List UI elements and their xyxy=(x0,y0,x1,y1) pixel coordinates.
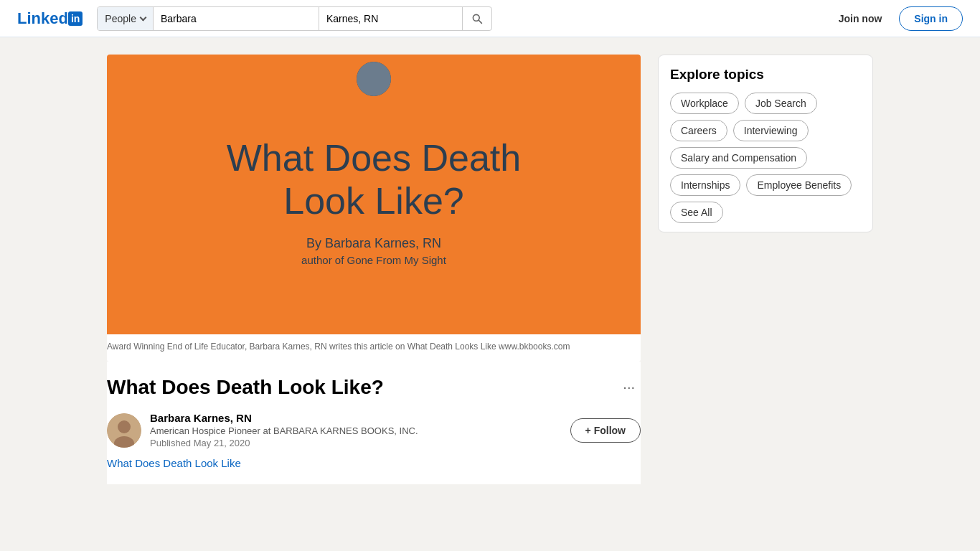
article-body-link[interactable]: What Does Death Look Like xyxy=(107,457,241,469)
article-body: What Does Death Look Like? ··· Bar xyxy=(107,362,641,484)
logo-in: in xyxy=(68,11,83,26)
linkedin-logo[interactable]: Linkedin xyxy=(17,9,83,28)
search-input[interactable] xyxy=(154,7,319,30)
author-avatar[interactable] xyxy=(107,413,141,448)
topic-tag-employee-benefits[interactable]: Employee Benefits xyxy=(746,174,852,196)
article-published-date: Published May 21, 2020 xyxy=(150,438,570,448)
topic-tag-interviewing[interactable]: Interviewing xyxy=(733,120,809,141)
article-image-avatar xyxy=(357,62,391,96)
article-image-by: By Barbara Karnes, RN xyxy=(306,236,441,251)
search-category-label: People xyxy=(105,13,136,24)
article-title: What Does Death Look Like? xyxy=(107,376,384,399)
svg-line-1 xyxy=(479,20,481,23)
location-input[interactable] xyxy=(319,7,462,30)
topic-tags-container: WorkplaceJob SearchCareersInterviewingSa… xyxy=(670,93,861,223)
explore-topics-title: Explore topics xyxy=(670,67,861,83)
svg-point-3 xyxy=(118,420,131,433)
search-button[interactable] xyxy=(462,7,491,30)
header: Linkedin People Join now Sign in xyxy=(0,0,980,37)
author-avatar-image xyxy=(107,413,141,448)
sidebar: Explore topics WorkplaceJob SearchCareer… xyxy=(658,55,873,484)
sign-in-button[interactable]: Sign in xyxy=(899,6,963,31)
article-image-sub: author of Gone From My Sight xyxy=(301,254,446,266)
author-info: Barbara Karnes, RN American Hospice Pion… xyxy=(150,412,570,448)
article-image: What Does Death Look Like? By Barbara Ka… xyxy=(107,55,641,334)
main-layout: What Does Death Look Like? By Barbara Ka… xyxy=(95,37,885,501)
explore-topics-box: Explore topics WorkplaceJob SearchCareer… xyxy=(658,55,873,232)
topic-tag-salary-compensation[interactable]: Salary and Compensation xyxy=(670,147,807,169)
avatar-circle xyxy=(357,62,391,96)
more-options-button[interactable]: ··· xyxy=(617,376,641,398)
logo-linked: Linked xyxy=(17,9,68,28)
join-now-button[interactable]: Join now xyxy=(830,7,891,30)
follow-button[interactable]: + Follow xyxy=(570,418,641,443)
author-name[interactable]: Barbara Karnes, RN xyxy=(150,412,570,424)
search-icon xyxy=(471,13,483,24)
chevron-down-icon xyxy=(140,14,147,22)
topic-tag-workplace[interactable]: Workplace xyxy=(670,93,739,114)
article-caption: Award Winning End of Life Educator, Barb… xyxy=(107,334,641,362)
author-job-title: American Hospice Pioneer at BARBARA KARN… xyxy=(150,425,570,436)
content-area: What Does Death Look Like? By Barbara Ka… xyxy=(107,55,641,484)
article-image-wrapper: What Does Death Look Like? By Barbara Ka… xyxy=(107,55,641,362)
topic-tag-see-all[interactable]: See All xyxy=(670,202,723,223)
topic-tag-internships[interactable]: Internships xyxy=(670,174,740,196)
topic-tag-careers[interactable]: Careers xyxy=(670,120,727,141)
article-image-title: What Does Death Look Like? xyxy=(227,137,521,223)
search-category-dropdown[interactable]: People xyxy=(98,7,154,30)
article-top-row: What Does Death Look Like? ··· xyxy=(107,376,641,412)
author-avatar-svg xyxy=(107,413,141,448)
search-bar: People xyxy=(97,6,492,31)
topic-tag-job-search[interactable]: Job Search xyxy=(745,93,817,114)
article-meta-row: Barbara Karnes, RN American Hospice Pion… xyxy=(107,412,641,448)
